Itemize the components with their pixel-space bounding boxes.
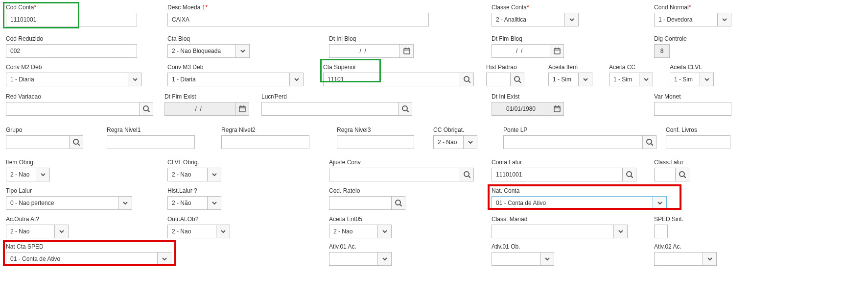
nat-cta-sped-select[interactable] xyxy=(6,252,158,266)
red-variacao-label: Red Variacao xyxy=(6,93,153,100)
dt-ini-bloq-calendar-icon[interactable] xyxy=(400,44,414,58)
item-obrig-select[interactable] xyxy=(6,168,36,181)
lucr-perd-input[interactable] xyxy=(261,102,399,116)
cod-reduzido-label: Cod Reduzido xyxy=(6,35,137,42)
dt-fim-bloq-calendar-icon[interactable] xyxy=(550,44,564,58)
regra-nivel2-label: Regra Nivel2 xyxy=(221,127,309,133)
ponte-lp-input[interactable] xyxy=(503,135,643,149)
conta-lalur-label: Conta Lalur xyxy=(492,159,636,166)
conv-m3-deb-select[interactable] xyxy=(167,73,290,86)
ac-outra-at-label: Ac.Outra At? xyxy=(6,216,69,223)
ativ01-ob-caret-icon[interactable] xyxy=(540,252,554,266)
cond-normal-select[interactable] xyxy=(654,13,718,26)
ativ02-ac-select[interactable] xyxy=(654,252,703,266)
cc-obrigat-select[interactable] xyxy=(433,135,464,149)
lucr-perd-search-icon[interactable] xyxy=(399,102,412,116)
class-manad-select[interactable] xyxy=(492,225,614,238)
nat-cta-sped-label: Nat Cta SPED xyxy=(6,243,171,250)
aceita-clvl-caret-icon[interactable] xyxy=(700,73,714,86)
red-variacao-input[interactable] xyxy=(6,102,140,116)
aceita-cc-select[interactable] xyxy=(609,73,639,86)
classe-conta-caret-icon[interactable] xyxy=(565,13,579,26)
conv-m2-deb-select[interactable] xyxy=(6,73,128,86)
cta-superior-label: Cta Superior xyxy=(323,64,474,71)
regra-nivel3-input[interactable] xyxy=(337,135,414,149)
grupo-label: Grupo xyxy=(6,127,83,133)
hist-lalur-select[interactable] xyxy=(167,196,208,210)
cod-rateio-search-icon[interactable] xyxy=(392,196,405,210)
outr-at-ob-caret-icon[interactable] xyxy=(216,225,230,238)
cc-obrigat-caret-icon[interactable] xyxy=(464,135,477,149)
cta-bloq-select[interactable] xyxy=(167,44,236,58)
clvl-obrig-select[interactable] xyxy=(167,168,208,181)
dt-ini-bloq-input[interactable] xyxy=(329,44,400,58)
ativ01-ac-caret-icon[interactable] xyxy=(378,252,392,266)
conta-lalur-search-icon[interactable] xyxy=(623,168,636,181)
regra-nivel2-input[interactable] xyxy=(221,135,309,149)
aceita-clvl-select[interactable] xyxy=(670,73,700,86)
grupo-input[interactable] xyxy=(6,135,70,149)
hist-lalur-caret-icon[interactable] xyxy=(208,196,221,210)
aceita-ent05-label: Aceita Ent05 xyxy=(329,216,392,223)
nat-conta-label: Nat. Conta xyxy=(492,187,667,194)
aceita-item-caret-icon[interactable] xyxy=(579,73,592,86)
conv-m3-deb-caret-icon[interactable] xyxy=(290,73,304,86)
desc-moeda1-input[interactable] xyxy=(167,13,429,26)
clvl-obrig-caret-icon[interactable] xyxy=(208,168,221,181)
classe-conta-select[interactable] xyxy=(492,13,565,26)
ponte-lp-search-icon[interactable] xyxy=(643,135,657,149)
ajuste-conv-search-icon[interactable] xyxy=(460,168,474,181)
conf-livros-input[interactable] xyxy=(666,135,730,149)
red-variacao-search-icon[interactable] xyxy=(140,102,153,116)
tipo-lalur-caret-icon[interactable] xyxy=(118,196,132,210)
cod-conta-label: Cod Conta* xyxy=(6,4,137,11)
cod-conta-input[interactable] xyxy=(6,13,137,26)
sped-sint-input[interactable] xyxy=(654,225,668,238)
ajuste-conv-input[interactable] xyxy=(329,168,460,181)
nat-cta-sped-caret-icon[interactable] xyxy=(158,252,171,266)
cta-bloq-caret-icon[interactable] xyxy=(236,44,250,58)
cta-superior-search-icon[interactable] xyxy=(460,73,474,86)
class-lalur-input[interactable] xyxy=(654,168,676,181)
ativ02-ac-label: Ativ.02 Ac. xyxy=(654,243,717,250)
dt-fim-bloq-input[interactable] xyxy=(492,44,550,58)
dt-fim-exist-label: Dt Fim Exist xyxy=(164,93,249,100)
ativ01-ob-select[interactable] xyxy=(492,252,540,266)
ativ02-ac-caret-icon[interactable] xyxy=(703,252,717,266)
outr-at-ob-label: Outr.At.Ob? xyxy=(167,216,230,223)
clvl-obrig-label: CLVL Obrig. xyxy=(167,159,221,166)
regra-nivel3-label: Regra Nivel3 xyxy=(337,127,414,133)
item-obrig-caret-icon[interactable] xyxy=(36,168,50,181)
hist-padrao-input[interactable] xyxy=(486,73,511,86)
ativ01-ac-select[interactable] xyxy=(329,252,378,266)
conta-lalur-input[interactable] xyxy=(492,168,623,181)
ac-outra-at-select[interactable] xyxy=(6,225,55,238)
hist-lalur-label: Hist.Lalur ? xyxy=(167,187,221,194)
aceita-cc-caret-icon[interactable] xyxy=(639,73,653,86)
cc-obrigat-label: CC Obrigat. xyxy=(433,127,477,133)
cond-normal-caret-icon[interactable] xyxy=(718,13,731,26)
tipo-lalur-select[interactable] xyxy=(6,196,118,210)
cod-reduzido-input[interactable] xyxy=(6,44,137,58)
ativ01-ac-label: Ativ.01 Ac. xyxy=(329,243,392,250)
dig-controle-label: Dig Controle xyxy=(654,35,687,42)
class-manad-caret-icon[interactable] xyxy=(614,225,628,238)
ac-outra-at-caret-icon[interactable] xyxy=(55,225,69,238)
var-monet-input[interactable] xyxy=(654,102,731,116)
aceita-item-label: Aceita Item xyxy=(548,64,592,71)
nat-conta-select[interactable] xyxy=(492,196,653,210)
hist-padrao-search-icon[interactable] xyxy=(511,73,524,86)
aceita-ent05-select[interactable] xyxy=(329,225,378,238)
cta-superior-input[interactable] xyxy=(323,73,460,86)
cod-rateio-label: Cod. Rateio xyxy=(329,187,405,194)
conv-m2-deb-caret-icon[interactable] xyxy=(128,73,142,86)
cod-rateio-input[interactable] xyxy=(329,196,392,210)
class-lalur-search-icon[interactable] xyxy=(676,168,689,181)
grupo-search-icon[interactable] xyxy=(70,135,83,149)
desc-moeda1-label: Desc Moeda 1* xyxy=(167,4,429,11)
regra-nivel1-input[interactable] xyxy=(107,135,195,149)
aceita-ent05-caret-icon[interactable] xyxy=(378,225,392,238)
aceita-item-select[interactable] xyxy=(548,73,579,86)
outr-at-ob-select[interactable] xyxy=(167,225,216,238)
nat-conta-caret-icon[interactable] xyxy=(653,196,667,210)
